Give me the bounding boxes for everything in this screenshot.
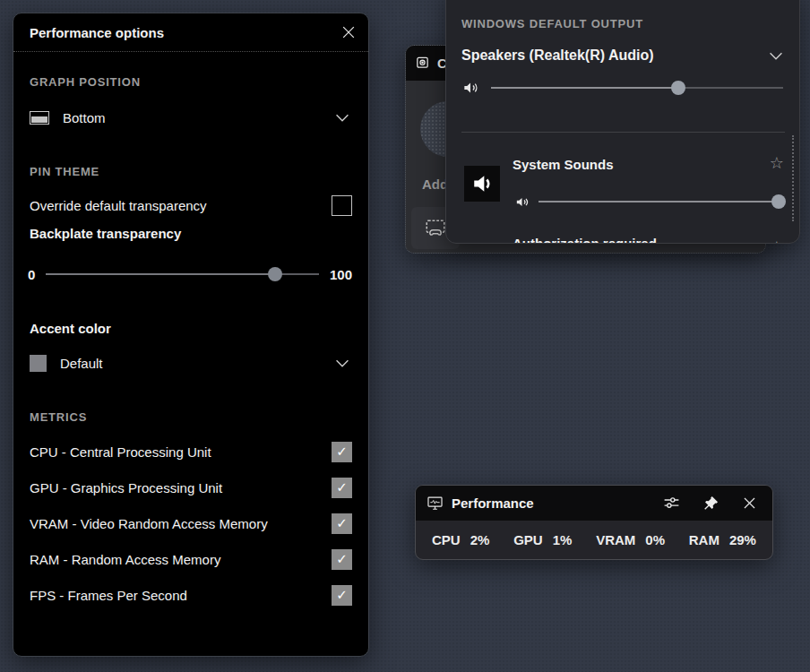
performance-monitor-icon (427, 495, 444, 512)
divider (461, 132, 785, 133)
graph-position-value: Bottom (63, 110, 106, 125)
metric-row-cpu: CPU - Central Processing Unit ✓ (30, 440, 352, 463)
pin-theme-header: PIN THEME (30, 165, 99, 178)
metric-row-fps: FPS - Frames Per Second ✓ (30, 583, 352, 607)
close-icon[interactable] (741, 495, 758, 512)
screen-gamepad-icon (424, 217, 447, 240)
metric-cpu-checkbox[interactable]: ✓ (332, 442, 352, 462)
speaker-small-icon (514, 194, 530, 210)
performance-options-titlebar: Performance options (13, 13, 368, 52)
metric-vram-checkbox[interactable]: ✓ (332, 513, 352, 534)
override-transparency-label: Override default transparency (30, 198, 207, 213)
metric-row-vram: VRAM - Video Random Access Memory ✓ (30, 512, 352, 535)
override-transparency-row: Override default transparency ✓ (30, 194, 352, 217)
slider-fill (539, 201, 779, 202)
authorization-required-label: Authorization required (513, 236, 657, 244)
stat-value: 2% (470, 532, 490, 547)
panel-title: Performance options (30, 25, 164, 40)
capture-add-label: Add (422, 177, 448, 192)
scrollbar[interactable] (792, 135, 794, 221)
stat-label: RAM (689, 532, 720, 547)
accent-color-dropdown[interactable]: Default (30, 351, 352, 375)
output-device-dropdown[interactable]: Speakers (Realtek(R) Audio) (461, 44, 786, 67)
backplate-transparency-label: Backplate transparency (30, 226, 181, 241)
graph-position-header: GRAPH POSITION (30, 75, 141, 89)
close-icon[interactable] (340, 23, 358, 41)
stat-value: 0% (645, 532, 665, 547)
stat-gpu: GPU 1% (513, 532, 572, 547)
stat-value: 29% (729, 532, 756, 547)
performance-widget-title: Performance (452, 495, 534, 511)
metric-fps-checkbox[interactable]: ✓ (332, 585, 352, 606)
slider-handle[interactable] (268, 267, 282, 281)
speaker-icon (461, 79, 479, 97)
chevron-down-icon (332, 353, 352, 373)
slider-fill (491, 87, 678, 89)
slider-min-label: 0 (28, 267, 35, 282)
stat-cpu: CPU 2% (432, 532, 489, 547)
output-device-name: Speakers (Realtek(R) Audio) (461, 47, 654, 64)
speaker-filled-icon (470, 171, 495, 196)
slider-handle[interactable] (771, 194, 786, 209)
stat-label: GPU (513, 532, 543, 547)
stat-ram: RAM 29% (689, 532, 756, 547)
star-icon[interactable]: ☆ (770, 239, 784, 244)
slider-fill (46, 273, 275, 275)
system-sounds-label: System Sounds (513, 157, 614, 172)
check-icon: ✓ (336, 551, 348, 567)
stat-label: CPU (432, 532, 461, 547)
system-sounds-tile[interactable] (464, 166, 500, 202)
accent-color-swatch (30, 355, 47, 372)
performance-options-panel: Performance options GRAPH POSITION Botto… (13, 13, 369, 657)
backplate-transparency-slider-row: 0 100 (28, 265, 352, 283)
check-icon: ✓ (336, 479, 348, 495)
pin-icon[interactable] (702, 495, 720, 512)
slider-max-label: 100 (330, 267, 352, 282)
performance-widget: Performance CPU (415, 485, 773, 560)
game-bar-overlay: C Add WINDOWS DEFAULT OUTPUT Speakers (R… (0, 0, 810, 672)
performance-stats-row: CPU 2% GPU 1% VRAM 0% RAM 29% (416, 521, 772, 559)
metric-label: FPS - Frames Per Second (30, 588, 187, 603)
stat-label: VRAM (596, 532, 635, 547)
metric-row-ram: RAM - Random Access Memory ✓ (30, 547, 352, 571)
check-icon: ✓ (336, 444, 348, 460)
system-sounds-volume-row (514, 194, 779, 210)
override-transparency-checkbox[interactable]: ✓ (332, 195, 352, 216)
check-icon: ✓ (336, 515, 348, 531)
metric-gpu-checkbox[interactable]: ✓ (332, 478, 352, 498)
stat-vram: VRAM 0% (596, 532, 665, 547)
graph-position-dropdown[interactable]: Bottom (30, 106, 352, 129)
master-volume-slider[interactable] (491, 81, 783, 95)
graph-bottom-icon (30, 111, 49, 125)
accent-color-label: Accent color (30, 321, 111, 336)
chevron-down-icon (766, 46, 786, 65)
metric-ram-checkbox[interactable]: ✓ (332, 549, 352, 570)
metrics-header: METRICS (30, 410, 87, 424)
chevron-down-icon (332, 108, 352, 127)
system-sounds-volume-slider[interactable] (539, 194, 779, 209)
metric-label: CPU - Central Processing Unit (30, 444, 211, 460)
metric-label: VRAM - Video Random Access Memory (30, 516, 268, 531)
stat-value: 1% (553, 532, 573, 547)
webcam-icon (415, 56, 430, 71)
performance-widget-titlebar: Performance (416, 486, 772, 521)
metric-label: RAM - Random Access Memory (30, 552, 220, 567)
metric-label: GPU - Graphics Processing Unit (30, 480, 222, 495)
check-icon: ✓ (336, 587, 348, 603)
star-icon[interactable]: ☆ (770, 155, 784, 171)
accent-color-value: Default (60, 356, 103, 371)
audio-flyout: WINDOWS DEFAULT OUTPUT Speakers (Realtek… (445, 0, 800, 244)
windows-default-output-header: WINDOWS DEFAULT OUTPUT (461, 17, 643, 30)
backplate-transparency-slider[interactable] (46, 267, 319, 281)
performance-options-icon[interactable] (662, 494, 681, 513)
metric-row-gpu: GPU - Graphics Processing Unit ✓ (30, 476, 352, 499)
master-volume-row (461, 79, 783, 97)
slider-handle[interactable] (671, 81, 685, 95)
